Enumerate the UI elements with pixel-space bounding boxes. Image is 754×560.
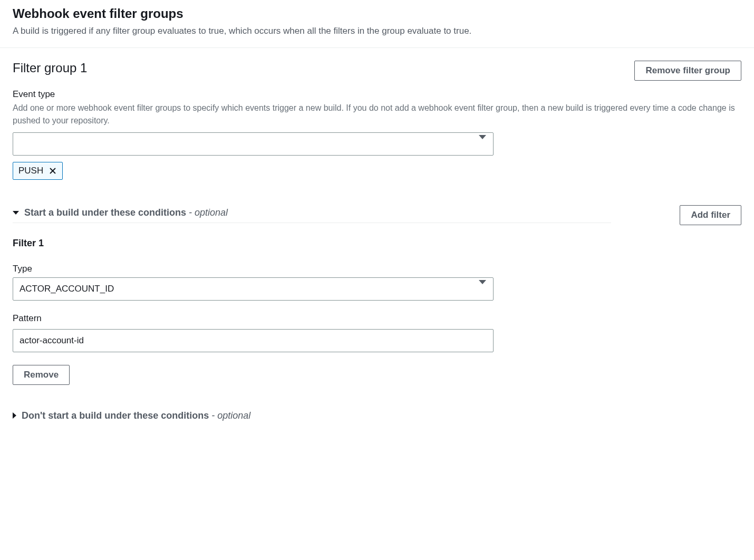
page-title: Webhook event filter groups xyxy=(13,6,741,21)
add-filter-button[interactable]: Add filter xyxy=(680,205,741,225)
page-description: A build is triggered if any filter group… xyxy=(13,24,741,38)
optional-suffix: - optional xyxy=(209,410,250,421)
optional-suffix: - optional xyxy=(186,207,228,218)
dont-start-conditions-label: Don't start a build under these conditio… xyxy=(22,410,209,421)
event-type-token-label: PUSH xyxy=(18,166,43,176)
event-type-label: Event type xyxy=(13,89,741,100)
filter-type-label: Type xyxy=(13,264,741,274)
event-type-description: Add one or more webhook event filter gro… xyxy=(13,102,741,127)
event-type-select[interactable] xyxy=(13,132,494,156)
filter-pattern-label: Pattern xyxy=(13,313,741,324)
start-conditions-toggle[interactable]: Start a build under these conditions - o… xyxy=(13,207,611,223)
caret-down-icon xyxy=(13,211,19,215)
token-remove-icon[interactable] xyxy=(49,167,57,175)
filter-pattern-input[interactable] xyxy=(13,329,494,352)
event-type-token: PUSH xyxy=(13,162,63,180)
remove-filter-group-button[interactable]: Remove filter group xyxy=(634,61,741,81)
caret-right-icon xyxy=(13,412,16,419)
remove-filter-button[interactable]: Remove xyxy=(13,365,70,385)
filter-type-select[interactable]: ACTOR_ACCOUNT_ID xyxy=(13,277,494,301)
filter-group-title: Filter group 1 xyxy=(13,61,87,75)
dont-start-conditions-toggle[interactable]: Don't start a build under these conditio… xyxy=(13,410,741,421)
start-conditions-label: Start a build under these conditions xyxy=(24,207,186,218)
filter-heading: Filter 1 xyxy=(13,238,741,249)
